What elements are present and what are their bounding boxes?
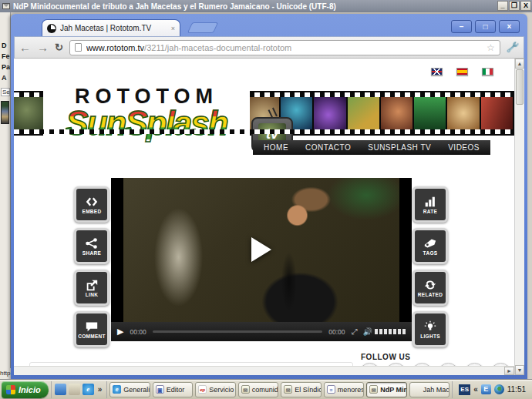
tab-title: Jah Macetas | Rototom.TV [60,24,167,32]
background-window-title: NdP Minidocumental de tributo a Jah Mace… [13,2,336,11]
quick-launch-ie-icon[interactable]: e [82,384,94,395]
share-button[interactable]: SHARE [74,228,109,264]
settings-wrench-icon[interactable]: 🔧 [507,41,518,53]
nav-sunsplash-tv[interactable]: SUNSPLASH TV [368,143,431,152]
tray-app-icon[interactable]: E [481,384,491,394]
link-button[interactable]: LINK [74,270,109,306]
site-logo[interactable]: ROTOTOM SunSplash tv [43,86,250,173]
task-ndp-active[interactable]: ✉NdP Mini... [366,382,406,397]
task-editor[interactable]: ▣Editor [153,382,193,397]
quick-launch-mail-icon[interactable] [55,384,66,395]
related-button[interactable]: RELATED [412,270,448,306]
start-button[interactable]: Inicio [2,381,49,398]
email-field-label: Se [1,88,10,96]
fullscreen-button[interactable]: ⤢ [352,327,357,337]
english-flag-icon[interactable] [431,68,443,75]
task-servicio[interactable]: epServicio d... [195,382,235,397]
bg-close-button[interactable]: X [520,1,531,11]
bg-minimize-button[interactable]: _ [497,1,508,11]
system-tray: ES « E 11:51 [452,381,530,398]
lightbulb-icon [423,320,437,333]
task-comunidad[interactable]: ✉comunida... [238,382,278,397]
url-text: www.rototom.tv/3211/jah-macetas-document… [86,43,291,52]
left-action-buttons: EMBED SHARE LINK COMMENT [74,186,109,347]
spanish-flag-icon[interactable] [456,68,468,75]
task-generalitat[interactable]: eGeneralit... [109,382,150,397]
browser-window: – □ × Jah Macetas | Rototom.TV × ← → ↻ w… [11,14,527,383]
bg-restore-button[interactable]: ❐ [509,1,520,11]
clock: 11:51 [507,385,526,394]
nav-home[interactable]: HOME [264,143,288,152]
page-icon [75,43,82,52]
play-button[interactable]: ▶ [117,327,123,337]
horizontal-scrollbar[interactable]: ► [14,366,514,375]
mail-icon: ✉ [241,385,250,394]
window-maximize-button[interactable]: □ [475,20,496,33]
email-field-label: Pa [0,63,10,71]
embed-button[interactable]: EMBED [74,186,109,223]
play-overlay-icon[interactable] [251,237,271,262]
video-controls: ▶ 00:00 00:00 ⤢ 🔊 [111,322,412,341]
email-field-label: D [0,42,10,49]
external-link-icon [85,279,99,291]
video-player[interactable]: ▶ 00:00 00:00 ⤢ 🔊 [111,178,412,341]
vertical-scrollbar[interactable]: ▲ ▼ [514,59,524,375]
network-globe-icon[interactable] [494,384,504,394]
comment-button[interactable]: COMMENT [74,311,109,347]
bookmark-star-icon[interactable]: ☆ [487,42,495,53]
taskbar: Inicio e » eGeneralit... ▣Editor epServi… [0,379,532,399]
page-content: ROTOTOM SunSplash tv HOME CONTACTO SUNSP… [14,59,524,375]
email-field-label: A [0,74,10,82]
reload-button[interactable]: ↻ [55,42,63,53]
mail-icon: ✉ [284,385,292,394]
task-jah-macetas[interactable]: Jah Mace... [409,382,450,397]
browser-tab[interactable]: Jah Macetas | Rototom.TV × [42,19,180,36]
scroll-up-arrow[interactable]: ▲ [515,59,524,69]
language-indicator[interactable]: ES [459,384,470,395]
italian-flag-icon[interactable] [482,68,493,75]
filmstrip-banner: ROTOTOM SunSplash tv [14,91,514,136]
duration: 00:00 [328,328,345,336]
seek-bar[interactable] [153,330,322,333]
ie-icon: e [113,385,121,394]
url-host: www.rototom.tv [86,43,144,52]
tag-pen-icon [423,237,437,250]
forward-button[interactable]: → [37,42,49,53]
back-button[interactable]: ← [19,42,31,53]
window-close-button[interactable]: × [499,20,520,33]
speech-bubble-icon [85,320,99,333]
new-tab-button[interactable] [187,22,219,33]
address-bar[interactable]: www.rototom.tv/3211/jah-macetas-document… [69,40,500,55]
volume-bars [375,329,406,334]
tray-expand-chevron[interactable]: « [473,385,478,394]
rate-button[interactable]: RATE [412,186,448,223]
nav-videos[interactable]: VIDEOS [448,143,480,152]
volume-control[interactable]: 🔊 [363,327,406,336]
scrollbar-thumb[interactable] [516,69,524,105]
browser-toolbar: ← → ↻ www.rototom.tv/3211/jah-macetas-do… [14,36,524,59]
editor-icon: ▣ [156,385,164,394]
right-action-buttons: RATE TAGS RELATED LIGHTS [412,186,448,347]
email-field-label: Fe [0,52,10,60]
scroll-down-arrow[interactable]: ▼ [515,365,524,375]
nav-contacto[interactable]: CONTACTO [305,143,351,152]
tags-button[interactable]: TAGS [412,228,448,264]
window-minimize-button[interactable]: – [451,20,472,33]
tab-favicon [47,24,56,33]
speaker-icon: 🔊 [363,327,372,336]
quick-launch: e » [51,381,108,398]
refresh-arrows-icon [423,279,437,291]
follow-us-label: FOLLOW US [361,353,411,361]
quick-launch-overflow[interactable]: » [96,385,104,394]
task-sindic[interactable]: ✉El Síndic i... [281,382,321,397]
background-address-fragment: http [0,368,11,379]
quick-launch-desktop-icon[interactable] [69,384,80,395]
lights-button[interactable]: LIGHTS [412,311,448,347]
tab-close-icon[interactable]: × [171,25,175,32]
scroll-right-arrow[interactable]: ► [504,367,514,375]
task-menores[interactable]: ≡menores-... [324,382,364,397]
windows-logo-icon [6,385,15,394]
ep-logo-icon: ep [198,385,207,394]
main-navigation: HOME CONTACTO SUNSPLASH TV VIDEOS [253,140,490,155]
current-time: 00:00 [130,328,146,336]
